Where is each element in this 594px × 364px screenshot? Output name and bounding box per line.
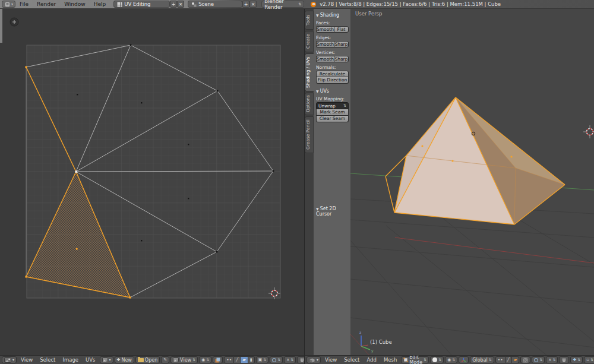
close-layout-button[interactable]: ✕ [177, 1, 184, 8]
menu-help[interactable]: Help [90, 1, 110, 7]
clear-seam-button[interactable]: Clear Seam [316, 116, 349, 122]
snap-element-selector-3d[interactable]: ✚ ⇅ [570, 356, 583, 363]
close-scene-button[interactable]: ✕ [249, 1, 257, 8]
toolshelf-plus-button[interactable] [10, 18, 18, 26]
add-layout-button[interactable]: + [170, 1, 177, 8]
tab-create[interactable]: Create [305, 31, 314, 52]
transform-orientation-selector[interactable]: Global ⇅ [470, 356, 494, 363]
flip-direction-button[interactable]: Flip Direction [316, 77, 349, 84]
vertices-smooth-button[interactable]: Smooth [316, 56, 334, 62]
face-mode-icon: ▰ [242, 357, 245, 362]
faces-flat-button[interactable]: Flat [334, 26, 349, 33]
proportional-edit-selector[interactable]: ⇅ [270, 356, 283, 363]
editor-type-3dview-button[interactable]: ▾ [307, 356, 321, 363]
uv-menu-select[interactable]: Select [36, 357, 59, 363]
tab-tools[interactable]: Tools [305, 11, 314, 30]
render-engine-selector[interactable]: Blender Render ⇅ [261, 1, 304, 8]
uv-edge-mode-button[interactable]: ╱ [234, 356, 241, 363]
vertex-select-button[interactable]: ∙∙ [495, 356, 505, 363]
add-scene-button[interactable]: + [242, 1, 249, 8]
scene-selector[interactable]: Scene [188, 1, 242, 8]
sticky-selection-selector[interactable]: ▣ ⇅ [256, 356, 269, 363]
set-2d-cursor-panel-header[interactable]: ▼Set 2D Cursor [316, 206, 350, 217]
pivot-selector[interactable]: ◉ ⇅ [199, 356, 211, 363]
uv-canvas[interactable] [0, 9, 305, 355]
svg-text:z: z [359, 330, 361, 334]
shading-uvs-panel: ▼Shading Faces: Smooth Flat Edges: Smoot… [314, 9, 350, 355]
shading-panel-header[interactable]: ▼Shading [316, 12, 349, 18]
uv-menu-image[interactable]: Image [59, 357, 82, 363]
uv-menu-view[interactable]: View [17, 357, 36, 363]
face-select-button[interactable]: ▰ [512, 356, 519, 363]
v3d-menu-add[interactable]: Add [363, 357, 380, 363]
snap-target-selector[interactable]: ▫ ⇅ [584, 356, 594, 363]
vertices-sharp-button[interactable]: Sharp [334, 56, 349, 62]
uv-face-mode-button[interactable]: ▰ [241, 356, 248, 363]
pivot-point-selector[interactable]: ◉ ⇅ [445, 356, 457, 363]
edit-mode-icon [403, 357, 408, 363]
faces-smooth-button[interactable]: Smooth [316, 26, 334, 33]
editor-type-info-button[interactable]: ▾ [2, 1, 15, 8]
new-image-button[interactable]: ✚ New [115, 356, 134, 363]
viewport-3d-region[interactable]: z y User Persp (1) Cube [350, 9, 594, 355]
edges-sharp-button[interactable]: Sharp [334, 41, 349, 48]
screen-layout-selector[interactable]: UV Editing [113, 1, 170, 8]
pivot-icon: ◉ [447, 357, 451, 362]
recalculate-button[interactable]: Recalculate [316, 71, 349, 77]
view3d-editor-icon [309, 357, 315, 363]
uv-menu-uvs[interactable]: UVs [82, 357, 99, 363]
browse-image-button[interactable]: ▾ [100, 356, 113, 363]
proportional-edit-selector-3d[interactable]: ⇅ [532, 356, 545, 363]
snap-toggle-button-3d[interactable] [559, 356, 569, 363]
v3d-menu-view[interactable]: View [321, 357, 340, 363]
mode-selector[interactable]: Edit Mode ⇅ [401, 356, 429, 363]
v3d-menu-select[interactable]: Select [340, 357, 363, 363]
mark-seam-button[interactable]: Mark Seam [316, 109, 349, 116]
image-icon [173, 357, 179, 362]
scene-icon [191, 1, 197, 7]
updown-arrows-icon: ⇅ [263, 358, 266, 362]
limit-selection-visible-button[interactable] [520, 356, 530, 363]
updown-arrows-icon: ⇅ [452, 358, 455, 362]
uv-editor-region[interactable] [0, 9, 305, 355]
editor-mode-selector[interactable]: View ⇅ [170, 356, 198, 363]
viewport-shading-selector[interactable]: ⇅ [430, 356, 444, 363]
falloff-selector[interactable]: ∧ ⇅ [284, 356, 296, 363]
menu-window[interactable]: Window [60, 1, 90, 7]
edges-smooth-button[interactable]: Smooth [316, 41, 334, 48]
solid-shading-icon [432, 357, 437, 362]
updown-arrows-icon: ⇅ [424, 358, 426, 362]
editor-type-image-button[interactable]: ▾ [2, 356, 17, 363]
uv-vertex-mode-button[interactable]: ∙∙ [224, 356, 234, 363]
edge-select-button[interactable]: ╱ [505, 356, 512, 363]
pyramid-mesh[interactable] [386, 97, 565, 224]
normals-label: Normals: [316, 65, 349, 70]
snap-toggle-button[interactable] [297, 356, 305, 363]
tab-shading-uvs[interactable]: Shading / UVs [305, 53, 314, 91]
menu-file[interactable]: File [15, 1, 33, 7]
uv-island-mode-button[interactable]: ▮ [248, 356, 255, 363]
pin-image-button[interactable]: ✎ [161, 356, 169, 363]
tab-options[interactable]: Options [305, 93, 314, 115]
manipulator-toggle-button[interactable] [459, 356, 469, 363]
magnet-icon [561, 357, 567, 363]
sync-uv-selection-toggle[interactable] [213, 356, 223, 363]
vertex-mode-icon: ∙∙ [498, 357, 503, 362]
snap-increment-icon: ✚ [573, 357, 576, 362]
v3d-menu-mesh[interactable]: Mesh [380, 357, 400, 363]
tool-shelf: Tools Create Shading / UVs Options Greas… [305, 9, 350, 355]
updown-arrows-icon: ⇅ [489, 358, 492, 362]
tool-shelf-tabs: Tools Create Shading / UVs Options Greas… [305, 9, 314, 355]
uv-mapping-label: UV Mapping: [316, 96, 349, 102]
menu-render[interactable]: Render [33, 1, 60, 7]
viewport-canvas[interactable]: z y [350, 9, 594, 355]
x-axis-line [395, 238, 594, 263]
region-divider-handle[interactable] [0, 9, 2, 43]
tab-grease-pencil[interactable]: Grease Pencil [305, 116, 314, 153]
open-image-button[interactable]: Open [135, 356, 160, 363]
falloff-selector-3d[interactable]: ∧ ⇅ [546, 356, 558, 363]
uvs-panel-header[interactable]: ▼UVs [316, 88, 349, 94]
scene-statistics: v2.78 | Verts:8/8 | Edges:15/15 | Faces:… [320, 1, 501, 7]
unwrap-menu-button[interactable]: Unwrap ⇅ [316, 102, 349, 109]
scene-name: Scene [198, 1, 239, 7]
